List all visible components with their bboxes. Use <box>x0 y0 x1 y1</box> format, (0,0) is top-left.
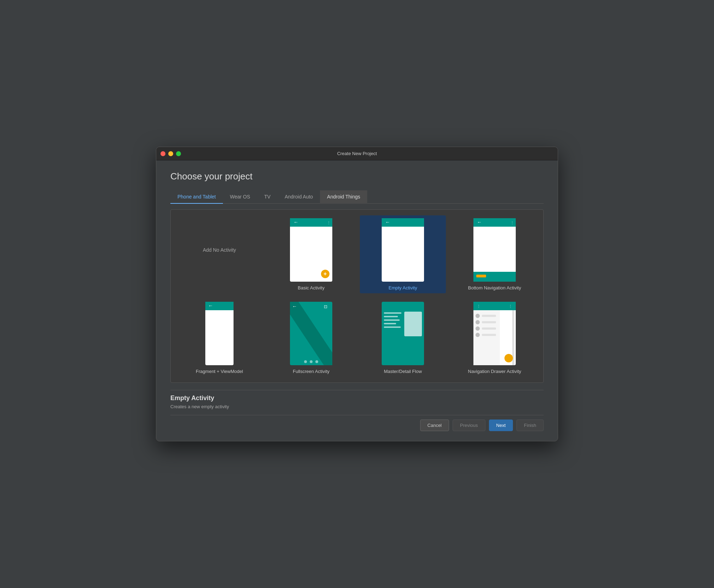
selected-template-title: Empty Activity <box>170 394 544 402</box>
selected-info-section: Empty Activity Creates a new empty activ… <box>170 390 544 415</box>
empty-activity-illustration: ← <box>382 218 424 282</box>
svg-text:←: ← <box>385 219 390 225</box>
tab-android-auto[interactable]: Android Auto <box>278 190 320 204</box>
svg-rect-29 <box>384 323 396 324</box>
svg-rect-27 <box>384 316 398 317</box>
svg-point-22 <box>304 360 307 363</box>
fragment-viewmodel-illustration: ← <box>205 302 234 365</box>
dialog-footer: Cancel Previous Next Finish <box>170 415 544 434</box>
basic-activity-illustration: ← ⋮ + <box>290 218 332 282</box>
svg-text:+: + <box>323 271 327 277</box>
svg-rect-31 <box>404 312 422 336</box>
fullscreen-label: Fullscreen Activity <box>293 369 329 374</box>
svg-rect-36 <box>473 310 500 365</box>
dialog-content: Choose your project Phone and Tablet Wea… <box>156 160 558 441</box>
no-activity-placeholder: Add No Activity <box>203 218 236 282</box>
template-bottom-nav[interactable]: ← ⋮ Bottom Navigation Activity <box>452 215 538 293</box>
template-grid: Add No Activity ← ⋮ + Basic Activity <box>170 209 544 383</box>
svg-rect-30 <box>384 326 401 328</box>
svg-rect-28 <box>384 319 400 321</box>
tab-phone-and-tablet[interactable]: Phone and Tablet <box>170 190 223 204</box>
svg-rect-44 <box>482 334 496 336</box>
template-nav-drawer[interactable]: ⋮ ⋮ Navi <box>452 299 538 377</box>
tab-bar: Phone and Tablet Wear OS TV Android Auto… <box>170 190 544 204</box>
bottom-nav-label: Bottom Navigation Activity <box>468 285 521 290</box>
traffic-lights <box>161 151 181 156</box>
svg-text:←: ← <box>292 304 297 309</box>
selected-template-description: Creates a new empty activity <box>170 404 544 409</box>
finish-button[interactable]: Finish <box>516 419 544 431</box>
template-empty-activity[interactable]: ← Empty Activity <box>360 215 446 293</box>
svg-rect-6 <box>382 218 424 282</box>
svg-point-23 <box>310 360 313 363</box>
svg-point-46 <box>504 354 513 362</box>
svg-text:⊡: ⊡ <box>324 304 327 309</box>
close-button[interactable] <box>161 151 165 156</box>
basic-activity-label: Basic Activity <box>298 285 325 290</box>
master-detail-label: Master/Detail Flow <box>384 369 422 374</box>
nav-drawer-illustration: ⋮ ⋮ <box>473 302 516 365</box>
bottom-nav-illustration: ← ⋮ <box>473 218 516 282</box>
svg-text:←: ← <box>294 219 298 225</box>
template-fragment-viewmodel[interactable]: ← Fragment + ViewModel <box>176 299 262 377</box>
svg-text:←: ← <box>477 219 482 225</box>
svg-rect-42 <box>482 327 496 330</box>
svg-rect-14 <box>476 275 486 277</box>
page-title: Choose your project <box>170 171 544 182</box>
tab-tv[interactable]: TV <box>257 190 278 204</box>
svg-point-41 <box>476 326 480 331</box>
template-basic-activity[interactable]: ← ⋮ + Basic Activity <box>268 215 354 293</box>
window-title: Create New Project <box>337 151 377 156</box>
svg-point-37 <box>476 314 480 318</box>
svg-text:⋮: ⋮ <box>509 304 512 308</box>
title-bar: Create New Project <box>156 147 558 160</box>
svg-rect-26 <box>384 312 401 314</box>
svg-text:⋮: ⋮ <box>510 221 514 225</box>
tab-android-things[interactable]: Android Things <box>320 190 367 204</box>
maximize-button[interactable] <box>176 151 181 156</box>
svg-point-24 <box>315 360 318 363</box>
template-master-detail[interactable]: Master/Detail Flow <box>360 299 446 377</box>
svg-rect-40 <box>482 321 496 323</box>
cancel-button[interactable]: Cancel <box>420 419 449 431</box>
template-no-activity[interactable]: Add No Activity <box>176 215 262 293</box>
minimize-button[interactable] <box>168 151 173 156</box>
template-fullscreen[interactable]: ← ⊡ Fullscreen Activity <box>268 299 354 377</box>
master-detail-illustration <box>382 302 424 365</box>
svg-point-43 <box>476 333 480 337</box>
svg-rect-15 <box>205 302 234 365</box>
svg-text:←: ← <box>208 303 213 308</box>
next-button[interactable]: Next <box>489 419 513 431</box>
svg-text:⋮: ⋮ <box>327 221 331 225</box>
svg-rect-38 <box>482 315 496 317</box>
nav-drawer-label: Navigation Drawer Activity <box>468 369 521 374</box>
fullscreen-illustration: ← ⊡ <box>290 302 332 365</box>
previous-button[interactable]: Previous <box>453 419 485 431</box>
fragment-viewmodel-label: Fragment + ViewModel <box>196 369 243 374</box>
tab-wear-os[interactable]: Wear OS <box>223 190 257 204</box>
empty-activity-label: Empty Activity <box>389 285 417 290</box>
app-window: Create New Project Choose your project P… <box>156 147 558 441</box>
svg-text:⋮: ⋮ <box>477 304 480 308</box>
svg-point-39 <box>476 320 480 324</box>
